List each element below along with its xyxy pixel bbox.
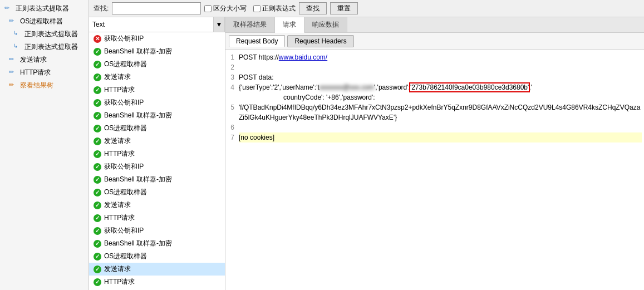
line-number: 6 bbox=[228, 122, 239, 132]
ok-status-icon: ✓ bbox=[94, 253, 101, 260]
sub-tab-request-headers[interactable]: Request Headers bbox=[287, 35, 353, 47]
code-line-1: 1 POST https://www.baidu.com/ bbox=[228, 52, 642, 62]
sidebar-item-send-request-1[interactable]: ✏ 发送请求 bbox=[0, 53, 89, 66]
line-number: 5 bbox=[228, 102, 239, 122]
pencil-icon: ✏ bbox=[9, 56, 18, 65]
line-content: POST https://www.baidu.com/ bbox=[239, 52, 642, 62]
arrow-icon: ↳ bbox=[13, 30, 22, 39]
tree-item-send-request-1[interactable]: ✓ 发送请求 bbox=[89, 71, 225, 83]
tree-item-http-request-4[interactable]: ✓ HTTP请求 bbox=[89, 276, 225, 288]
tree-panel: ▼ ✕ 获取公钥和IP ✓ BeanShell 取样器-加密 ✓ OS进程取样器 bbox=[89, 17, 225, 290]
ok-status-icon: ✓ bbox=[94, 278, 101, 286]
tree-item-label: BeanShell 取样器-加密 bbox=[104, 111, 172, 120]
sub-tab-request-body[interactable]: Request Body bbox=[229, 35, 285, 47]
ok-status-icon: ✓ bbox=[94, 125, 101, 132]
sidebar-item-os-sampler[interactable]: ✏ OS进程取样器 bbox=[0, 15, 89, 28]
case-sensitive-label: 区分大小写 bbox=[213, 4, 247, 13]
chevron-down-icon: ▼ bbox=[216, 21, 223, 28]
sub-tabs: Request Body Request Headers bbox=[225, 33, 644, 50]
tree-item-label: OS进程取样器 bbox=[104, 188, 147, 197]
line-number: 7 bbox=[228, 132, 239, 142]
line-content: 'f/QTBadKnpDi4MfIDBqq/y6Dh34ez3MFAhr7xCt… bbox=[239, 102, 642, 122]
tree-item-os-sampler-4[interactable]: ✓ OS进程取样器 bbox=[89, 250, 225, 263]
tree-header: ▼ bbox=[89, 17, 225, 32]
tree-item-http-request-3[interactable]: ✓ HTTP请求 bbox=[89, 212, 225, 224]
tree-item-http-request-1[interactable]: ✓ HTTP请求 bbox=[89, 83, 225, 96]
search-button[interactable]: 查找 bbox=[299, 2, 327, 14]
regex-checkbox-label[interactable]: 正则表达式 bbox=[253, 4, 296, 13]
search-bar: 查找: 区分大小写 正则表达式 查找 重置 bbox=[89, 0, 644, 17]
tree-item-label: OS进程取样器 bbox=[104, 60, 147, 69]
ok-status-icon: ✓ bbox=[94, 73, 101, 81]
tree-item-get-key-ip-2[interactable]: ✓ 获取公钥和IP bbox=[89, 96, 225, 109]
case-sensitive-checkbox[interactable] bbox=[204, 5, 212, 12]
arrow-icon: ↳ bbox=[13, 43, 22, 52]
ok-status-icon: ✓ bbox=[94, 150, 101, 158]
tree-item-label: 获取公钥和IP bbox=[104, 34, 144, 43]
sidebar-item-label: 察看结果树 bbox=[20, 81, 53, 90]
tree-item-send-request-3[interactable]: ✓ 发送请求 bbox=[89, 199, 225, 212]
regex-checkbox[interactable] bbox=[253, 5, 260, 12]
tree-item-label: BeanShell 取样器-加密 bbox=[104, 239, 172, 248]
sidebar-item-view-results-tree[interactable]: ✏ 察看结果树 bbox=[0, 79, 89, 92]
tree-item-label: BeanShell 取样器-加密 bbox=[104, 175, 172, 184]
main-tabs: 取样器结果 请求 响应数据 bbox=[225, 17, 644, 33]
sidebar-item-regex-2[interactable]: ↳ 正则表达式提取器 bbox=[0, 28, 89, 41]
code-area[interactable]: 1 POST https://www.baidu.com/ 2 3 POST d… bbox=[225, 50, 644, 290]
ok-status-icon: ✓ bbox=[94, 176, 101, 184]
case-sensitive-checkbox-label[interactable]: 区分大小写 bbox=[204, 4, 247, 13]
line-content: {'userType':'2','userName':'txxxxxxx@xxx… bbox=[239, 82, 642, 102]
password-highlight: '273b7862140f9ca0e03b980ce3d3680b' bbox=[410, 83, 529, 91]
tree-dropdown-button[interactable]: ▼ bbox=[214, 17, 225, 32]
tree-item-beanshell-1[interactable]: ✓ BeanShell 取样器-加密 bbox=[89, 45, 225, 58]
tree-body: ✕ 获取公钥和IP ✓ BeanShell 取样器-加密 ✓ OS进程取样器 ✓… bbox=[89, 32, 225, 290]
tree-item-beanshell-4[interactable]: ✓ BeanShell 取样器-加密 bbox=[89, 237, 225, 250]
code-line-5: 5 'f/QTBadKnpDi4MfIDBqq/y6Dh34ez3MFAhr7x… bbox=[228, 102, 642, 122]
tree-item-http-request-2[interactable]: ✓ HTTP请求 bbox=[89, 148, 225, 160]
pencil-icon: ✏ bbox=[9, 68, 18, 77]
tree-item-label: 发送请求 bbox=[104, 200, 131, 210]
tree-type-input[interactable] bbox=[89, 17, 214, 32]
tree-item-label: BeanShell 取样器-加密 bbox=[104, 47, 172, 56]
line-number: 3 bbox=[228, 72, 239, 82]
tab-response-data[interactable]: 响应数据 bbox=[304, 17, 347, 32]
line-number: 2 bbox=[228, 62, 239, 72]
sidebar-item-http-request-1[interactable]: ✏ HTTP请求 bbox=[0, 66, 89, 79]
ok-status-icon: ✓ bbox=[94, 189, 101, 196]
tree-item-os-sampler-3[interactable]: ✓ OS进程取样器 bbox=[89, 186, 225, 199]
tree-item-label: 发送请求 bbox=[104, 264, 131, 274]
tree-item-os-sampler-2[interactable]: ✓ OS进程取样器 bbox=[89, 122, 225, 135]
tree-item-send-request-active[interactable]: ✓ 发送请求 bbox=[89, 263, 225, 276]
sidebar-item-regex-3[interactable]: ↳ 正则表达式提取器 bbox=[0, 41, 89, 53]
search-input[interactable] bbox=[112, 2, 201, 14]
tree-item-send-request-2[interactable]: ✓ 发送请求 bbox=[89, 135, 225, 148]
tree-item-get-key-ip-3[interactable]: ✓ 获取公钥和IP bbox=[89, 160, 225, 173]
reset-button[interactable]: 重置 bbox=[330, 2, 358, 14]
error-status-icon: ✕ bbox=[94, 35, 101, 43]
pencil-icon: ✏ bbox=[4, 4, 13, 13]
checkbox-group: 区分大小写 正则表达式 bbox=[204, 4, 296, 13]
sidebar-item-label: OS进程取样器 bbox=[20, 17, 63, 26]
sidebar-item-label: 正则表达式提取器 bbox=[24, 30, 78, 39]
tree-item-os-sampler-1[interactable]: ✓ OS进程取样器 bbox=[89, 58, 225, 71]
line-number: 1 bbox=[228, 52, 239, 62]
ok-status-icon: ✓ bbox=[94, 201, 101, 209]
ok-status-icon: ✓ bbox=[94, 99, 101, 107]
line-content: [no cookies] bbox=[239, 132, 642, 142]
tree-item-beanshell-3[interactable]: ✓ BeanShell 取样器-加密 bbox=[89, 173, 225, 186]
sidebar-item-regex-extractor-1[interactable]: ✏ 正则表达式提取器 bbox=[0, 2, 89, 15]
code-line-7: 7 [no cookies] bbox=[228, 132, 642, 142]
line-content bbox=[239, 122, 642, 132]
code-line-3: 3 POST data: bbox=[228, 72, 642, 82]
url-link[interactable]: www.baidu.com/ bbox=[279, 53, 327, 61]
tree-item-beanshell-2[interactable]: ✓ BeanShell 取样器-加密 bbox=[89, 109, 225, 122]
ok-status-icon: ✓ bbox=[94, 61, 101, 68]
tab-request[interactable]: 请求 bbox=[275, 17, 304, 33]
tab-sampler-result[interactable]: 取样器结果 bbox=[225, 17, 275, 32]
search-label: 查找: bbox=[94, 4, 109, 13]
tree-item-label: OS进程取样器 bbox=[104, 124, 147, 133]
tree-item-get-key-ip-4[interactable]: ✓ 获取公钥和IP bbox=[89, 224, 225, 237]
tree-item-get-key-ip-1[interactable]: ✕ 获取公钥和IP bbox=[89, 32, 225, 45]
ok-status-icon: ✓ bbox=[94, 227, 101, 235]
ok-status-icon: ✓ bbox=[94, 266, 101, 273]
